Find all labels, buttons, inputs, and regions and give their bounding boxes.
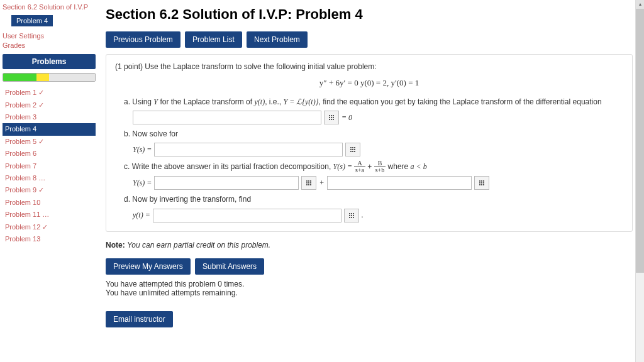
problem-link[interactable]: Problem 5 ✓: [3, 136, 96, 148]
submit-answers-button[interactable]: Submit Answers: [195, 258, 264, 275]
sidebar: Section 6.2 Solution of I.V.P Problem 4 …: [0, 0, 101, 339]
plus-sign: +: [319, 177, 324, 189]
problem-link[interactable]: Problem 4: [3, 123, 96, 135]
problem-link[interactable]: Problem 12 ✓: [3, 221, 96, 233]
problem-link[interactable]: Problem 3: [3, 111, 96, 123]
problem-link[interactable]: Problem 10: [3, 197, 96, 209]
answer-c1-input[interactable]: [154, 176, 299, 190]
equals-zero: = 0: [341, 112, 352, 124]
progress-remaining: [49, 74, 95, 81]
part-b-text: b. Now solve for: [124, 128, 623, 140]
problem-intro: (1 point) Use the Laplace transform to s…: [115, 61, 623, 73]
keypad-icon: [479, 180, 484, 185]
main-content: Section 6.2 Solution of I.V.P: Problem 4…: [101, 0, 644, 339]
keypad-button-c1[interactable]: [301, 176, 316, 190]
preview-answers-button[interactable]: Preview My Answers: [106, 258, 191, 275]
answer-d-input[interactable]: [153, 209, 341, 222]
partial-credit-note: Note: You can earn partial credit on thi…: [106, 241, 633, 250]
keypad-button-a[interactable]: [324, 111, 339, 124]
breadcrumb-section[interactable]: Section 6.2 Solution of I.V.P: [3, 3, 96, 11]
prev-problem-button[interactable]: Previous Problem: [106, 31, 180, 48]
scroll-up-icon[interactable]: ▴: [636, 0, 644, 9]
part-a-text: a. Using Y for the Laplace transform of …: [124, 96, 623, 108]
answer-b-input[interactable]: [154, 143, 343, 156]
link-user-settings[interactable]: User Settings: [3, 32, 96, 40]
email-instructor-button[interactable]: Email instructor: [106, 311, 173, 327]
ys-label: Y(s) =: [133, 144, 152, 156]
next-problem-button[interactable]: Next Problem: [247, 31, 308, 48]
problem-link[interactable]: Problem 11 …: [3, 209, 96, 221]
problem-list: Problem 1 ✓Problem 2 ✓Problem 3Problem 4…: [3, 87, 96, 245]
page-title: Section 6.2 Solution of I.V.P: Problem 4: [106, 6, 633, 23]
progress-inprogress: [36, 74, 49, 81]
progress-bar: [3, 73, 96, 82]
problem-link[interactable]: Problem 8 …: [3, 172, 96, 184]
problem-link[interactable]: Problem 2 ✓: [3, 99, 96, 111]
link-grades[interactable]: Grades: [3, 41, 96, 49]
problem-link[interactable]: Problem 9 ✓: [3, 184, 96, 196]
keypad-icon: [306, 180, 311, 185]
problem-nav: Previous Problem Problem List Next Probl…: [106, 31, 633, 48]
problems-header: Problems: [3, 54, 96, 69]
keypad-button-c2[interactable]: [474, 176, 489, 190]
trailing-period: .: [362, 209, 364, 221]
keypad-button-d[interactable]: [344, 209, 359, 222]
breadcrumb-current[interactable]: Problem 4: [11, 15, 53, 26]
answer-a-input[interactable]: [133, 111, 321, 124]
answer-actions: Preview My Answers Submit Answers: [106, 258, 633, 275]
ys-label-c: Y(s) =: [133, 177, 152, 189]
attempts-line-2: You have unlimited attempts remaining.: [106, 288, 633, 297]
scroll-thumb[interactable]: [636, 9, 644, 273]
problem-link[interactable]: Problem 1 ✓: [3, 87, 96, 99]
problem-body: (1 point) Use the Laplace transform to s…: [106, 54, 633, 232]
ivp-equation: y″ + 6y′ = 0 y(0) = 2, y′(0) = 1: [115, 77, 623, 90]
problem-list-button[interactable]: Problem List: [185, 31, 242, 48]
keypad-button-b[interactable]: [345, 143, 360, 156]
yt-label: y(t) =: [133, 209, 150, 221]
part-c-text: c. Write the above answer in its partial…: [124, 160, 623, 173]
problem-link[interactable]: Problem 6: [3, 148, 96, 160]
problem-link[interactable]: Problem 13: [3, 233, 96, 245]
scrollbar[interactable]: ▴: [635, 0, 644, 339]
progress-correct: [3, 74, 36, 81]
attempts-line-1: You have attempted this problem 0 times.: [106, 280, 633, 288]
problem-link[interactable]: Problem 7: [3, 160, 96, 172]
answer-c2-input[interactable]: [327, 176, 472, 190]
keypad-icon: [329, 115, 334, 120]
keypad-icon: [349, 213, 354, 218]
keypad-icon: [350, 147, 355, 152]
part-d-text: d. Now by inverting the transform, find: [124, 194, 623, 206]
